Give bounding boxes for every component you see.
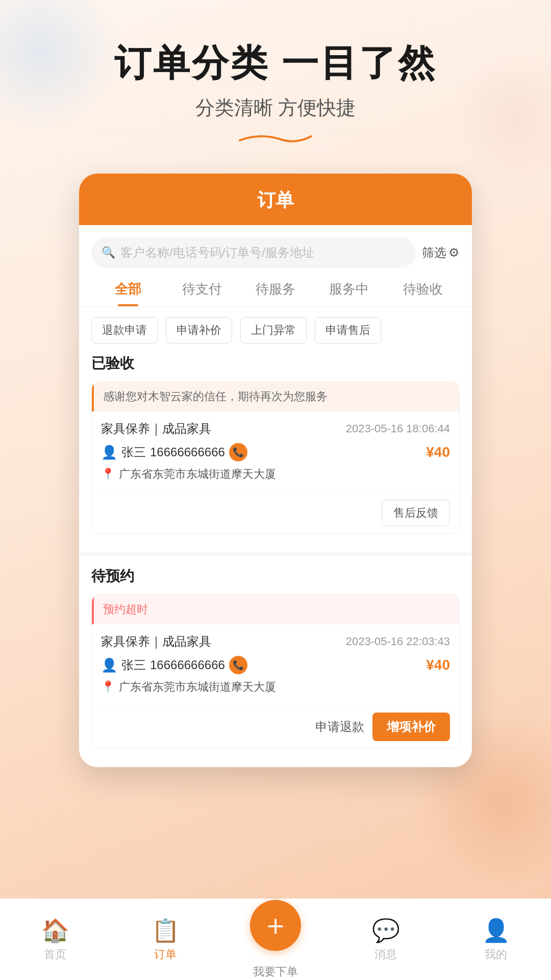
order-card-2-actions: 申请退款 增项补价 xyxy=(92,706,459,748)
order-card-1-body: 家具保养｜成品家具 2023-05-16 18:06:44 👤 张三 16666… xyxy=(92,411,459,493)
person-icon-1: 👤 xyxy=(101,445,117,460)
search-bar[interactable]: 🔍 客户名称/电话号码/订单号/服务地址 xyxy=(91,237,416,268)
phone-card: 订单 🔍 客户名称/电话号码/订单号/服务地址 筛选 ⚙ 全部 待支付 待服务 … xyxy=(79,174,472,767)
new-order-button[interactable]: ＋ xyxy=(250,900,301,951)
order-price-2: ¥40 xyxy=(426,657,450,673)
order-header-title: 订单 xyxy=(79,188,472,213)
order-address-row-2: 📍 广东省东莞市东城街道摩天大厦 xyxy=(101,679,450,695)
tag-supplement[interactable]: 申请补价 xyxy=(166,317,232,344)
contact-name-2: 张三 xyxy=(121,657,146,673)
nav-order-label: 订单 xyxy=(154,947,177,962)
call-button-1[interactable]: 📞 xyxy=(229,443,247,461)
nav-profile[interactable]: 👤 我的 xyxy=(441,917,551,962)
message-icon: 💬 xyxy=(372,917,400,944)
order-card-2-banner: 预约超时 xyxy=(92,595,459,624)
search-bar-wrap: 🔍 客户名称/电话号码/订单号/服务地址 筛选 ⚙ xyxy=(79,225,472,272)
order-icon: 📋 xyxy=(152,917,180,944)
filter-button[interactable]: 筛选 ⚙ xyxy=(422,244,460,261)
contact-left-1: 👤 张三 16666666666 📞 xyxy=(101,443,247,461)
nav-center-wrap: ＋ 我要下单 xyxy=(220,900,331,979)
call-button-2[interactable]: 📞 xyxy=(229,656,247,674)
nav-home-label: 首页 xyxy=(44,947,66,962)
order-card-2-body: 家具保养｜成品家具 2023-05-16 22:03:43 👤 张三 16666… xyxy=(92,624,459,706)
order-contact-row-1: 👤 张三 16666666666 📞 ¥40 xyxy=(101,443,450,461)
order-service-type-1: 家具保养｜成品家具 xyxy=(101,421,211,437)
profile-icon: 👤 xyxy=(482,917,510,944)
add-supplement-button[interactable]: 增项补价 xyxy=(372,713,450,741)
order-service-type-2: 家具保养｜成品家具 xyxy=(101,633,211,650)
order-meta-row-1: 家具保养｜成品家具 2023-05-16 18:06:44 xyxy=(101,421,450,437)
tags-wrap: 退款申请 申请补价 上门异常 申请售后 xyxy=(79,307,472,354)
nav-profile-label: 我的 xyxy=(485,947,507,962)
tag-visit-abnormal[interactable]: 上门异常 xyxy=(240,317,307,344)
search-placeholder-text: 客户名称/电话号码/订单号/服务地址 xyxy=(120,244,314,261)
section-pending-appointment: 待预约 预约超时 家具保养｜成品家具 2023-05-16 22:03:43 👤… xyxy=(79,556,472,767)
tag-refund[interactable]: 退款申请 xyxy=(91,317,158,344)
order-header: 订单 xyxy=(79,174,472,225)
tabs-wrap: 全部 待支付 待服务 服务中 待验收 xyxy=(79,272,472,307)
nav-message-label: 消息 xyxy=(374,947,397,962)
nav-center-label: 我要下单 xyxy=(253,964,298,979)
order-date-1: 2023-05-16 18:06:44 xyxy=(346,422,450,435)
section-accepted: 已验收 感谢您对木智云家的信任，期待再次为您服务 家具保养｜成品家具 2023-… xyxy=(79,354,472,552)
location-icon-2: 📍 xyxy=(101,680,115,694)
person-icon-2: 👤 xyxy=(101,657,117,673)
hero-underline xyxy=(235,130,316,134)
section-separator xyxy=(79,552,472,556)
contact-phone-2: 16666666666 xyxy=(150,658,225,672)
tag-after-sales[interactable]: 申请售后 xyxy=(315,317,381,344)
bottom-nav: 🏠 首页 📋 订单 ＋ 我要下单 💬 消息 👤 我的 xyxy=(0,898,551,980)
tab-pending-acceptance[interactable]: 待验收 xyxy=(386,280,460,306)
contact-left-2: 👤 张三 16666666666 📞 xyxy=(101,656,247,674)
order-address-text-1: 广东省东莞市东城街道摩天大厦 xyxy=(119,467,276,482)
section-pending-title: 待预约 xyxy=(91,567,460,586)
refund-request-button[interactable]: 申请退款 xyxy=(315,719,364,735)
order-contact-row-2: 👤 张三 16666666666 📞 ¥40 xyxy=(101,656,450,674)
filter-icon: ⚙ xyxy=(448,246,460,260)
order-price-1: ¥40 xyxy=(426,444,450,460)
order-date-2: 2023-05-16 22:03:43 xyxy=(346,635,450,648)
order-card-1-banner: 感谢您对木智云家的信任，期待再次为您服务 xyxy=(92,382,459,411)
order-meta-row-2: 家具保养｜成品家具 2023-05-16 22:03:43 xyxy=(101,633,450,650)
search-icon: 🔍 xyxy=(102,246,115,259)
after-sales-feedback-button[interactable]: 售后反馈 xyxy=(382,500,450,526)
order-address-text-2: 广东省东莞市东城街道摩天大厦 xyxy=(119,679,276,695)
order-card-2: 预约超时 家具保养｜成品家具 2023-05-16 22:03:43 👤 张三 … xyxy=(91,594,460,749)
location-icon-1: 📍 xyxy=(101,468,115,481)
contact-phone-1: 16666666666 xyxy=(150,445,225,459)
order-card-1: 感谢您对木智云家的信任，期待再次为您服务 家具保养｜成品家具 2023-05-1… xyxy=(91,381,460,534)
order-card-1-footer: 售后反馈 xyxy=(92,493,459,533)
tab-in-service[interactable]: 服务中 xyxy=(312,280,386,306)
contact-name-1: 张三 xyxy=(121,444,146,460)
tab-pending-payment[interactable]: 待支付 xyxy=(165,280,238,306)
tab-all[interactable]: 全部 xyxy=(91,280,165,306)
hero-subtitle: 分类清晰 方便快捷 xyxy=(0,95,551,121)
nav-message[interactable]: 💬 消息 xyxy=(331,917,441,962)
section-accepted-title: 已验收 xyxy=(91,354,460,373)
tab-pending-service[interactable]: 待服务 xyxy=(239,280,312,306)
hero-section: 订单分类 一目了然 分类清晰 方便快捷 xyxy=(0,41,551,134)
filter-label: 筛选 xyxy=(422,244,446,261)
hero-title: 订单分类 一目了然 xyxy=(0,41,551,85)
order-address-row-1: 📍 广东省东莞市东城街道摩天大厦 xyxy=(101,467,450,482)
nav-order[interactable]: 📋 订单 xyxy=(110,917,220,962)
home-icon: 🏠 xyxy=(41,917,69,944)
nav-home[interactable]: 🏠 首页 xyxy=(0,917,110,962)
